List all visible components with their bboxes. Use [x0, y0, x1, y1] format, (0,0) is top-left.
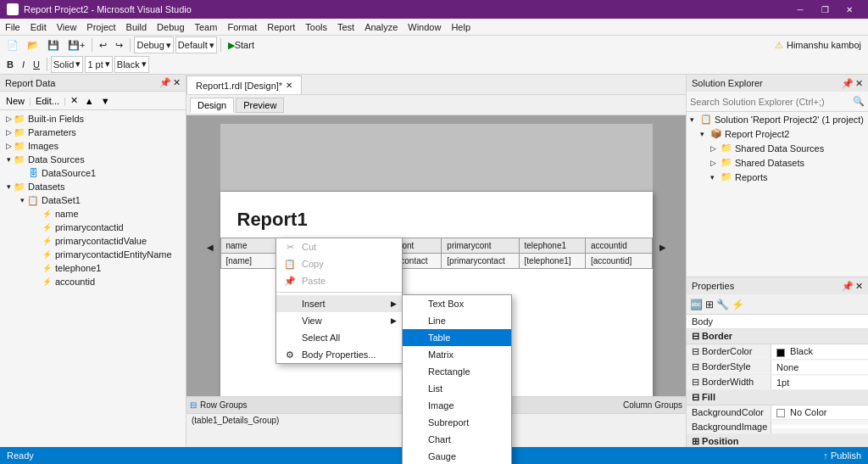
- tree-item-datasets[interactable]: ▾ 📁 Datasets: [0, 180, 186, 193]
- scroll-left-icon[interactable]: ◀: [207, 243, 214, 252]
- debug-dropdown[interactable]: Debug ▾: [134, 36, 173, 53]
- preview-button[interactable]: Preview: [236, 98, 284, 113]
- tree-item-data-sources[interactable]: ▾ 📁 Data Sources: [0, 153, 186, 166]
- edit-item-button[interactable]: Edit...: [33, 92, 62, 109]
- props-icon[interactable]: 🔧: [716, 299, 729, 310]
- copy-icon: 📋: [283, 257, 297, 271]
- search-icon[interactable]: 🔍: [853, 96, 865, 107]
- menu-project[interactable]: Project: [81, 20, 120, 34]
- ctx-select-all[interactable]: Select All: [276, 329, 402, 346]
- menu-file[interactable]: File: [0, 20, 25, 34]
- new-file-button[interactable]: 📄: [3, 36, 22, 53]
- platform-dropdown[interactable]: Default ▾: [175, 36, 217, 53]
- expand-arrow-dataset1: ▾: [17, 196, 27, 204]
- design-view-button[interactable]: Design: [190, 98, 234, 113]
- menu-edit[interactable]: Edit: [25, 20, 52, 34]
- tree-item-built-in-fields[interactable]: ▷ 📁 Built-in Fields: [0, 112, 186, 126]
- redo-button[interactable]: ↪: [112, 36, 126, 53]
- sort-alpha-icon[interactable]: 🔤: [690, 299, 703, 310]
- tree-item-name[interactable]: ⚡ name: [0, 207, 186, 221]
- italic-button[interactable]: I: [19, 56, 28, 73]
- close-props-icon[interactable]: ✕: [855, 281, 863, 292]
- submenu-image[interactable]: Image: [403, 397, 511, 414]
- tree-item-primarycontactidValue[interactable]: ⚡ primarycontactidValue: [0, 234, 186, 248]
- restore-button[interactable]: ❐: [813, 0, 837, 19]
- submenu-line[interactable]: Line: [403, 312, 511, 329]
- categorize-icon[interactable]: ⊞: [705, 299, 714, 310]
- tree-item-primarycontactidEntityName[interactable]: ⚡ primarycontactidEntityName: [0, 248, 186, 261]
- submenu-chart[interactable]: Chart: [403, 431, 511, 448]
- menu-help[interactable]: Help: [446, 20, 476, 34]
- solution-search-input[interactable]: [690, 97, 851, 107]
- properties-panel: Properties 📌 ✕ 🔤 ⊞ 🔧 ⚡ Body: [687, 277, 868, 447]
- menu-tools[interactable]: Tools: [300, 20, 332, 34]
- tree-item-accountid[interactable]: ⚡ accountid: [0, 275, 186, 288]
- undo-button[interactable]: ↩: [96, 36, 110, 53]
- sol-item-reports[interactable]: ▾ 📁 Reports: [687, 170, 868, 184]
- pin-sol-icon[interactable]: 📌: [842, 78, 854, 89]
- ctx-body-props[interactable]: ⚙ Body Properties...: [276, 346, 402, 363]
- minimize-button[interactable]: ─: [788, 0, 812, 19]
- submenu-gauge[interactable]: Gauge: [403, 448, 511, 464]
- sol-arrow-reports: ▾: [710, 173, 721, 182]
- tree-item-images[interactable]: ▷ 📁 Images: [0, 139, 186, 153]
- sol-item-shared-datasets[interactable]: ▷ 📁 Shared Datasets: [687, 155, 868, 170]
- ctx-copy[interactable]: 📋 Copy: [276, 255, 402, 272]
- close-button[interactable]: ✕: [837, 0, 861, 19]
- sol-item-shared-data-sources[interactable]: ▷ 📁 Shared Data Sources: [687, 141, 868, 155]
- tab-close-icon[interactable]: ✕: [286, 81, 292, 90]
- publish-label[interactable]: ↑ Publish: [823, 450, 861, 461]
- submenu-table[interactable]: Table: [403, 329, 511, 346]
- tree-item-telephone1[interactable]: ⚡ telephone1: [0, 261, 186, 275]
- close-panel-icon[interactable]: ✕: [173, 77, 181, 88]
- submenu-textbox[interactable]: Text Box: [403, 295, 511, 312]
- close-sol-icon[interactable]: ✕: [855, 78, 863, 89]
- save-button[interactable]: 💾: [44, 36, 63, 53]
- section-border[interactable]: ⊟ Border: [687, 329, 868, 344]
- pin-icon[interactable]: 📌: [159, 77, 171, 88]
- new-item-button[interactable]: New: [3, 92, 27, 109]
- sol-item-solution[interactable]: ▾ 📋 Solution 'Report Project2' (1 projec…: [687, 112, 868, 126]
- open-button[interactable]: 📂: [24, 36, 42, 53]
- border-style-dropdown[interactable]: Solid ▾: [51, 56, 83, 73]
- move-down-button[interactable]: ▼: [98, 92, 113, 109]
- doc-tab-report1[interactable]: Report1.rdl [Design]* ✕: [186, 75, 302, 94]
- tree-item-dataset1[interactable]: ▾ 📋 DataSet1: [0, 193, 186, 207]
- underline-button[interactable]: U: [30, 56, 43, 73]
- menu-window[interactable]: Window: [403, 20, 446, 34]
- tree-item-datasource1[interactable]: 🗄 DataSource1: [0, 166, 186, 180]
- menu-build[interactable]: Build: [121, 20, 152, 34]
- border-width-dropdown[interactable]: 1 pt ▾: [85, 56, 112, 73]
- section-position[interactable]: ⊞ Position: [687, 434, 868, 447]
- submenu-subreport[interactable]: Subreport: [403, 414, 511, 431]
- bold-button[interactable]: B: [3, 56, 17, 73]
- pin-props-icon[interactable]: 📌: [842, 281, 854, 292]
- move-up-button[interactable]: ▲: [82, 92, 97, 109]
- scroll-right-icon[interactable]: ▶: [659, 243, 666, 252]
- submenu-rectangle[interactable]: Rectangle: [403, 363, 511, 380]
- section-fill[interactable]: ⊟ Fill: [687, 390, 868, 405]
- sol-item-project[interactable]: ▾ 📦 Report Project2: [687, 126, 868, 141]
- ctx-paste[interactable]: 📌 Paste: [276, 272, 402, 289]
- menu-report[interactable]: Report: [262, 20, 300, 34]
- menu-debug[interactable]: Debug: [152, 20, 189, 34]
- tree-item-primarycontactid[interactable]: ⚡ primarycontactid: [0, 221, 186, 234]
- menu-test[interactable]: Test: [332, 20, 359, 34]
- tree-item-parameters[interactable]: ▷ 📁 Parameters: [0, 126, 186, 139]
- events-icon[interactable]: ⚡: [732, 299, 744, 310]
- cell-primarycontact3: [primarycontact: [442, 254, 519, 269]
- prop-border-color: ⊟ BorderColor Black: [687, 344, 868, 360]
- start-button[interactable]: ▶ Start: [225, 36, 258, 53]
- submenu-matrix[interactable]: Matrix: [403, 346, 511, 363]
- menu-analyze[interactable]: Analyze: [359, 20, 403, 34]
- menu-team[interactable]: Team: [190, 20, 223, 34]
- delete-item-button[interactable]: ✕: [68, 92, 81, 109]
- ctx-cut[interactable]: ✂ Cut: [276, 238, 402, 255]
- border-color-dropdown[interactable]: Black ▾: [114, 56, 149, 73]
- menu-format[interactable]: Format: [222, 20, 262, 34]
- submenu-list[interactable]: List: [403, 380, 511, 397]
- save-all-button[interactable]: 💾+: [64, 36, 88, 53]
- menu-view[interactable]: View: [52, 20, 82, 34]
- ctx-view[interactable]: View ▶: [276, 312, 402, 329]
- ctx-insert[interactable]: Insert ▶ Text Box Line Table Matrix: [276, 295, 402, 312]
